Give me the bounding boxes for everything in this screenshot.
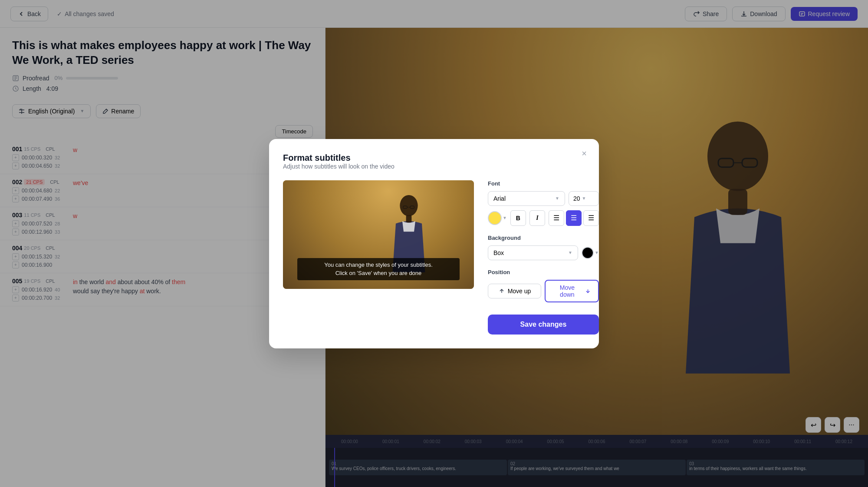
align-row: ☰ ☰ ☰ [549, 210, 599, 226]
font-label: Font [488, 180, 599, 187]
font-size-select[interactable]: 20 ▼ [569, 191, 599, 206]
style-row: ▼ B I ☰ ☰ ☰ [488, 210, 599, 226]
move-up-label: Move up [508, 288, 531, 295]
save-changes-button[interactable]: Save changes [488, 315, 599, 335]
format-subtitles-dialog: × Format subtitles Adjust how subtitles … [269, 139, 599, 348]
bg-type-value: Box [493, 249, 504, 256]
preview-video: You can change the styles of your subtit… [283, 180, 474, 289]
background-section: Background Box ▼ ▼ [488, 235, 599, 260]
svg-point-8 [400, 195, 418, 216]
background-label: Background [488, 235, 599, 241]
align-left-button[interactable]: ☰ [549, 210, 564, 226]
bg-color-group: ▼ [582, 247, 599, 259]
preview-subtitle-line2: Click on 'Save' when you are done [335, 270, 422, 276]
align-right-button[interactable]: ☰ [583, 210, 599, 226]
dialog-close-button[interactable]: × [578, 148, 590, 160]
font-row: Arial ▼ 20 ▼ [488, 191, 599, 206]
bg-chevron-icon: ▼ [568, 250, 572, 255]
save-changes-label: Save changes [520, 321, 567, 328]
position-label: Position [488, 269, 599, 275]
align-center-button[interactable]: ☰ [566, 210, 582, 226]
move-down-button[interactable]: Move down [545, 280, 599, 302]
move-down-label: Move down [552, 284, 582, 298]
preview-subtitle-line1: You can change the styles of your subtit… [324, 262, 433, 268]
font-name-select[interactable]: Arial ▼ [488, 191, 565, 206]
italic-button[interactable]: I [529, 210, 545, 226]
dialog-title: Format subtitles [283, 153, 585, 163]
font-size-chevron-icon: ▼ [582, 196, 586, 201]
bold-button[interactable]: B [510, 210, 526, 226]
dialog-body: You can change the styles of your subtit… [283, 180, 585, 335]
dialog-controls: Font Arial ▼ 20 ▼ [488, 180, 599, 335]
color-picker-group: ▼ [488, 211, 507, 225]
dialog-overlay[interactable]: × Format subtitles Adjust how subtitles … [0, 0, 868, 487]
dialog-header: Format subtitles Adjust how subtitles wi… [283, 153, 585, 170]
bg-type-select[interactable]: Box ▼ [488, 245, 578, 260]
font-name-value: Arial [493, 195, 506, 202]
font-section: Font Arial ▼ 20 ▼ [488, 180, 599, 226]
bg-color-chevron-icon: ▼ [595, 250, 599, 255]
position-section: Position Move up Move down [488, 269, 599, 302]
color-swatch[interactable] [488, 211, 502, 225]
dialog-subtitle: Adjust how subtitles will look on the vi… [283, 163, 585, 170]
bg-row: Box ▼ ▼ [488, 245, 599, 260]
dialog-preview: You can change the styles of your subtit… [283, 180, 474, 335]
svg-rect-12 [406, 215, 412, 222]
move-up-icon [498, 288, 505, 295]
pos-row: Move up Move down [488, 280, 599, 302]
move-down-icon [585, 288, 591, 295]
color-chevron-icon: ▼ [503, 215, 507, 220]
move-up-button[interactable]: Move up [488, 284, 541, 298]
font-chevron-icon: ▼ [555, 196, 559, 201]
preview-subtitle: You can change the styles of your subtit… [297, 258, 460, 280]
bg-color-swatch[interactable] [582, 247, 594, 259]
font-size-value: 20 [573, 195, 580, 202]
